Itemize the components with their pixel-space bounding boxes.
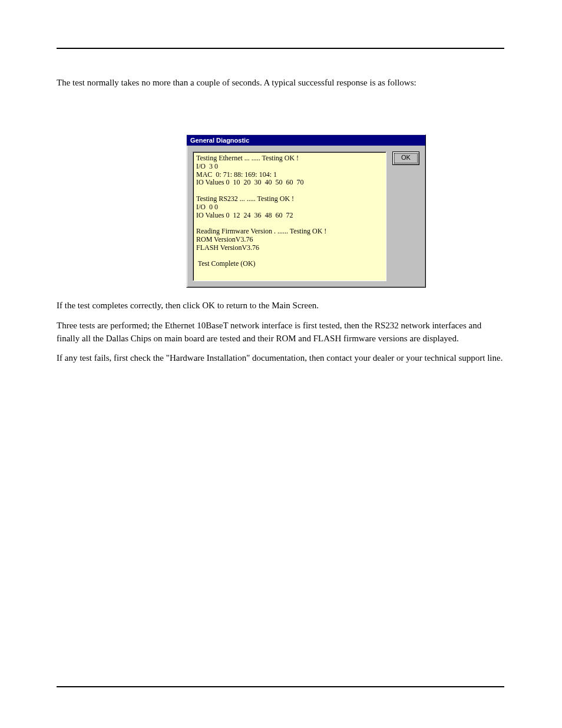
paragraph-2: Three tests are performed; the Ethernet … [57,319,504,345]
body-text: If the test completes correctly, then cl… [57,299,504,372]
paragraph-1: If the test completes correctly, then cl… [57,299,504,312]
footer-rule [57,686,504,687]
diagnostic-output: Testing Ethernet ... ..... Testing OK ! … [193,151,386,281]
header-rule [57,48,504,49]
general-diagnostic-dialog: General Diagnostic Testing Ethernet ... … [186,134,426,288]
dialog-title: General Diagnostic [190,137,249,144]
intro-paragraph: The test normally takes no more than a c… [57,77,504,89]
dialog-client-area: Testing Ethernet ... ..... Testing OK ! … [187,146,425,287]
dialog-titlebar: General Diagnostic [187,135,425,146]
paragraph-3: If any test fails, first check the "Hard… [57,352,504,365]
ok-button[interactable]: OK [392,151,419,165]
intro-text: The test normally takes no more than a c… [57,77,504,96]
